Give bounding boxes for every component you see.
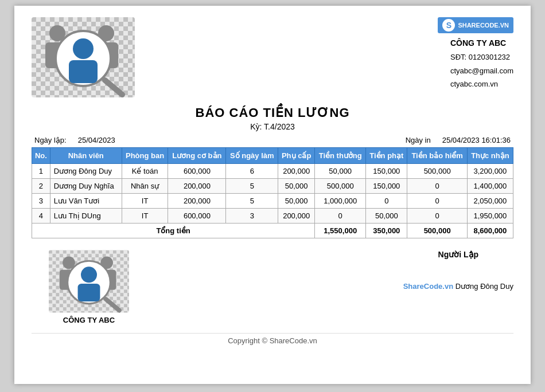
- svg-point-10: [73, 38, 94, 59]
- copyright-text: Copyright © ShareCode.vn: [228, 336, 317, 345]
- logo-svg: [32, 17, 135, 97]
- col-no: No.: [32, 148, 50, 164]
- footer-right: Người Lập ShareCode.vn Dương Đông Duy: [403, 250, 513, 291]
- signer-name: Dương Đông Duy: [456, 282, 513, 291]
- footer-section: CÔNG TY ABC Người Lập ShareCode.vn Dương…: [32, 250, 513, 324]
- company-name: CÔNG TY ABC: [450, 36, 513, 50]
- footer-name: ShareCode.vn Dương Đông Duy: [403, 282, 513, 291]
- sharecode-badge: S SHARECODE.VN: [438, 17, 513, 33]
- header: S SHARECODE.VN CÔNG TY ABC SĐT: 01203012…: [32, 17, 513, 100]
- title-section: BÁO CÁO TIỀN LƯƠNG Kỳ: T.4/2023: [32, 105, 513, 131]
- header-right: S SHARECODE.VN CÔNG TY ABC SĐT: 01203012…: [438, 17, 513, 91]
- col-dept: Phòng ban: [122, 148, 168, 164]
- sharecode-watermark: ShareCode.vn: [403, 282, 453, 291]
- col-actual: Thực nhận: [467, 148, 513, 164]
- total-row: Tổng tiền1,550,000350,000500,0008,600,00…: [32, 224, 513, 238]
- date-created-label: Ngày lập:: [34, 136, 67, 144]
- date-printed-group: Ngày in 25/04/2023 16:01:36: [406, 136, 511, 144]
- svg-rect-11: [69, 60, 98, 83]
- salary-table: No. Nhân viên Phòng ban Lương cơ bản Số …: [32, 147, 513, 238]
- col-base: Lương cơ bản: [168, 148, 226, 164]
- footer-logo-svg: [49, 250, 129, 313]
- company-info: CÔNG TY ABC SĐT: 0120301232 ctyabc@gmail…: [450, 36, 513, 91]
- table-header-row: No. Nhân viên Phòng ban Lương cơ bản Số …: [32, 148, 513, 164]
- date-printed-label: Ngày in: [406, 136, 431, 144]
- company-email: ctyabc@gmail.com: [450, 64, 513, 77]
- svg-point-23: [81, 266, 97, 283]
- col-days: Số ngày làm: [226, 148, 278, 164]
- table-row: 2Dương Duy NghĩaNhân sự200,000550,000500…: [32, 179, 513, 194]
- date-printed-value: 25/04/2023 16:01:36: [442, 136, 511, 144]
- sharecode-label: SHARECODE.VN: [458, 22, 509, 29]
- page: S SHARECODE.VN CÔNG TY ABC SĐT: 01203012…: [14, 6, 531, 384]
- col-insurance: Tiền bảo hiểm: [407, 148, 467, 164]
- svg-rect-24: [78, 284, 100, 301]
- col-penalty: Tiền phạt: [366, 148, 407, 164]
- sharecode-icon: S: [442, 19, 455, 32]
- company-website: ctyabc.com.vn: [450, 77, 513, 91]
- col-allowance: Phụ cấp: [278, 148, 315, 164]
- company-phone: SĐT: 0120301232: [450, 50, 513, 64]
- report-title: BÁO CÁO TIỀN LƯƠNG: [32, 105, 513, 120]
- report-period: Kỳ: T.4/2023: [32, 122, 513, 131]
- footer-logo: CÔNG TY ABC: [32, 250, 146, 324]
- date-row: Ngày lập: 25/04/2023 Ngày in 25/04/2023 …: [32, 136, 513, 144]
- nguoi-lap-label: Người Lập: [403, 250, 513, 259]
- table-row: 3Lưu Văn TươiIT200,000550,0001,000,00000…: [32, 194, 513, 209]
- copyright-bar: Copyright © ShareCode.vn: [32, 333, 513, 345]
- table-row: 1Dương Đông DuyKế toán600,0006200,00050,…: [32, 164, 513, 179]
- date-created-group: Ngày lập: 25/04/2023: [34, 136, 115, 144]
- col-name: Nhân viên: [50, 148, 122, 164]
- footer-company-label: CÔNG TY ABC: [63, 316, 115, 324]
- date-created-value: 25/04/2023: [78, 136, 115, 144]
- logo-area: [32, 17, 146, 100]
- col-bonus: Tiền thưởng: [315, 148, 366, 164]
- table-row: 4Lưu Thị DUngIT600,0003200,000050,00001,…: [32, 209, 513, 224]
